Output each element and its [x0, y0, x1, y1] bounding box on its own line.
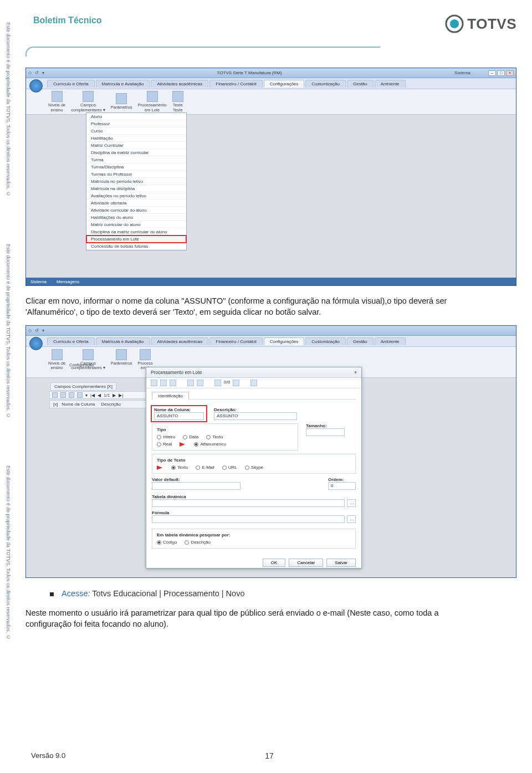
- ribbon-tab[interactable]: Ambiente: [375, 80, 406, 88]
- radio-codigo[interactable]: Código: [157, 540, 177, 545]
- app-orb-button[interactable]: [29, 337, 43, 350]
- dropdown-item[interactable]: Atividade ofertada: [86, 199, 186, 207]
- cancel-button[interactable]: Cancelar: [289, 559, 323, 567]
- app-orb-button[interactable]: [29, 79, 43, 93]
- close-button[interactable]: ×: [506, 70, 514, 76]
- dropdown-item[interactable]: Curso: [86, 127, 186, 135]
- radio-real[interactable]: Real: [157, 442, 172, 447]
- status-mensagens[interactable]: Mensagens: [57, 279, 79, 284]
- ribbon-tab[interactable]: Atividades acadêmicas: [151, 337, 208, 345]
- input-tamanho[interactable]: [306, 428, 345, 436]
- refresh-icon[interactable]: [77, 392, 83, 398]
- toolbar-down-icon[interactable]: [197, 380, 203, 386]
- dropdown-item[interactable]: Matriz Curricular: [86, 142, 186, 149]
- toolbar-new-icon[interactable]: [151, 380, 157, 386]
- lookup-formula-button[interactable]: …: [347, 515, 356, 523]
- window-titlebar: ◇↺▾ TOTVS Série T Manufatura (RM) Sistem…: [26, 68, 516, 78]
- radio-email[interactable]: E-Mail: [196, 465, 214, 470]
- dialog-tab-identificacao[interactable]: Identificação: [152, 392, 189, 400]
- input-formula[interactable]: [152, 515, 345, 523]
- input-ordem[interactable]: 0: [328, 482, 356, 490]
- maximize-button[interactable]: □: [497, 70, 505, 76]
- status-sistema[interactable]: Sistema: [30, 279, 47, 284]
- lookup-tabela-button[interactable]: …: [347, 499, 356, 507]
- dropdown-item[interactable]: Matriz curricular do aluno: [86, 221, 186, 228]
- ribbon-item[interactable]: Parâmetros: [111, 349, 132, 366]
- dropdown-item[interactable]: Turma/Disciplina: [86, 163, 186, 171]
- legend-tipo: Tipo: [157, 427, 293, 432]
- dropdown-item[interactable]: Atividade curricular do aluno: [86, 207, 186, 214]
- ribbon-item[interactable]: TesteTeste: [172, 91, 183, 112]
- ribbon-tab[interactable]: Customização: [305, 337, 346, 345]
- ribbon-tab[interactable]: Gestão: [347, 80, 374, 88]
- ribbon-tab[interactable]: Currículo e Oferta: [47, 337, 95, 345]
- ribbon-tab[interactable]: Matrícula e Avaliação: [96, 337, 150, 345]
- ribbon-item[interactable]: Processamentoem Lote: [138, 91, 167, 112]
- radio-alfanumerico[interactable]: Alfanumérico: [194, 442, 226, 447]
- radio-data[interactable]: Data: [183, 434, 198, 439]
- input-nome-coluna[interactable]: ASSUNTO: [154, 412, 204, 420]
- dialog-close-button[interactable]: ×: [354, 370, 357, 375]
- dropdown-item[interactable]: Concessão de bolsas futuras: [86, 243, 186, 250]
- input-descricao[interactable]: ASSUNTO: [214, 412, 297, 420]
- dropdown-item[interactable]: Disciplina da matriz curricular: [86, 149, 186, 156]
- dropdown-item[interactable]: Disciplina da matriz curricular do aluno: [86, 228, 186, 236]
- dropdown-item[interactable]: Turma: [86, 156, 186, 163]
- dropdown-item[interactable]: Professor: [86, 120, 186, 127]
- save-button[interactable]: Salvar: [326, 559, 356, 567]
- ok-button[interactable]: OK: [263, 559, 286, 567]
- label-tamanho: Tamanho:: [306, 423, 356, 428]
- dropdown-item[interactable]: Matrícula na disciplina: [86, 185, 186, 192]
- ribbon-item[interactable]: Parâmetros: [111, 93, 132, 110]
- screenshot-configuracoes-dropdown: ◇↺▾ TOTVS Série T Manufatura (RM) Sistem…: [25, 68, 516, 286]
- subtab-campos-complementares[interactable]: Campos Complementares [X]: [50, 382, 116, 391]
- ribbon-tab[interactable]: Atividades acadêmicas: [151, 80, 208, 88]
- input-valor-default[interactable]: [152, 482, 241, 490]
- radio-url[interactable]: URL: [222, 465, 237, 470]
- radio-texto-tipo[interactable]: Texto: [206, 434, 223, 439]
- ribbon-tab[interactable]: Configurações: [264, 337, 305, 345]
- toolbar-delete-icon[interactable]: [160, 380, 167, 386]
- instruction-paragraph-1: Clicar em novo, informar o nome da colun…: [25, 296, 516, 318]
- ribbon-item[interactable]: Níveis deensino: [48, 349, 65, 371]
- delete-icon[interactable]: [69, 392, 74, 398]
- ribbon-tab[interactable]: Financeiro / Contábil: [209, 80, 262, 88]
- radio-descricao[interactable]: Descrição: [185, 540, 211, 545]
- ribbon-tab[interactable]: Currículo e Oferta: [47, 80, 95, 88]
- radio-texto[interactable]: Texto: [171, 465, 188, 470]
- minimize-button[interactable]: –: [488, 70, 496, 76]
- label-formula: Fórmula: [152, 510, 356, 515]
- dropdown-item[interactable]: Avaliações no período letivo: [86, 192, 186, 199]
- ribbon-tabs: Currículo e OfertaMatrícula e AvaliaçãoA…: [26, 78, 516, 89]
- watermark-side: Este documento é de propriedade da TOTVS…: [6, 22, 11, 197]
- new-icon[interactable]: [52, 392, 58, 398]
- ribbon-tab[interactable]: Configurações: [264, 80, 305, 88]
- dropdown-item[interactable]: Matrícula no período letivo: [86, 178, 186, 185]
- dropdown-item[interactable]: Processamento em Lote: [86, 236, 186, 243]
- dropdown-item[interactable]: Turmas do Professor: [86, 171, 186, 178]
- ribbon-toolbar: Níveis deensinoCamposcomplementares ▾Par…: [26, 89, 516, 115]
- ribbon-item[interactable]: Camposcomplementares ▾: [71, 91, 105, 112]
- ribbon-tab[interactable]: Matrícula e Avaliação: [96, 80, 150, 88]
- edit-icon[interactable]: [60, 392, 66, 398]
- dropdown-item[interactable]: Habilitações do aluno: [86, 214, 186, 221]
- toolbar-refresh-icon[interactable]: [170, 380, 176, 386]
- toolbar-up-icon[interactable]: [187, 380, 194, 386]
- svg-point-1: [450, 19, 459, 28]
- dropdown-item[interactable]: Aluno: [86, 113, 186, 120]
- input-tabela-dinamica[interactable]: [152, 499, 345, 507]
- radio-inteiro[interactable]: Inteiro: [157, 434, 175, 439]
- toolbar-attach-icon[interactable]: [250, 380, 257, 386]
- ribbon-tab[interactable]: Customização: [305, 80, 346, 88]
- ribbon-item[interactable]: Níveis deensino: [48, 91, 65, 112]
- ribbon-tab[interactable]: Gestão: [347, 337, 374, 345]
- radio-skype[interactable]: Skype: [245, 465, 263, 470]
- ribbon-tab[interactable]: Financeiro / Contábil: [209, 337, 262, 345]
- bullet-icon: [50, 592, 54, 596]
- ribbon-tab[interactable]: Ambiente: [375, 337, 406, 345]
- watermark-side: Este documento é de propriedade da TOTVS…: [6, 465, 11, 640]
- toolbar-last-icon[interactable]: [233, 380, 239, 386]
- dropdown-item[interactable]: Habilitação: [86, 135, 186, 142]
- totvs-logo-icon: [445, 14, 464, 33]
- toolbar-first-icon[interactable]: [214, 380, 221, 386]
